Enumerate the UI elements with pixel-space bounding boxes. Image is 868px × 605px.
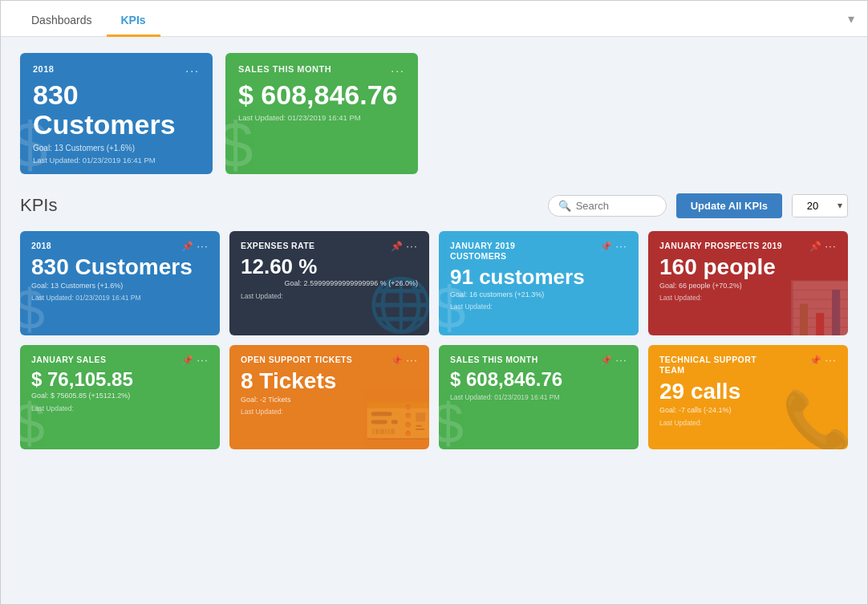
pin-icon: 📌 bbox=[600, 241, 612, 252]
gc-value: 160 people bbox=[659, 255, 837, 280]
card-goal: Goal: 13 Customers (+1.6%) bbox=[33, 144, 200, 152]
gc-title: EXPENSES RATE bbox=[241, 241, 315, 252]
gc-value: $ 76,105.85 bbox=[31, 369, 209, 390]
search-icon: 🔍 bbox=[558, 200, 571, 212]
gc-title: SALES THIS MONTH bbox=[450, 355, 538, 366]
grid-card-expenses: 🌐 EXPENSES RATE 📌 ··· 12.60 % Goal: 2.59… bbox=[229, 231, 429, 335]
gc-title: JANUARY PROSPECTS 2019 bbox=[659, 241, 782, 252]
gc-title: TECHNICAL SUPPORT TEAM bbox=[659, 355, 784, 376]
gc-header: TECHNICAL SUPPORT TEAM 📌 ··· bbox=[659, 355, 837, 376]
gc-header: SALES THIS MONTH 📌 ··· bbox=[450, 355, 627, 366]
gc-header: OPEN SUPPORT TICKETS 📌 ··· bbox=[241, 355, 418, 366]
gc-updated: Last Updated: 01/23/2019 16:41 PM bbox=[450, 393, 627, 401]
gc-header: 2018 📌 ··· bbox=[31, 241, 209, 252]
card-more-icon[interactable]: ··· bbox=[391, 64, 405, 77]
more-icon[interactable]: ··· bbox=[615, 355, 627, 366]
gc-goal: Goal: 2.59999999999999996 % (+26.0%) bbox=[241, 279, 418, 289]
more-icon[interactable]: ··· bbox=[406, 355, 418, 366]
pin-icon: 📌 bbox=[181, 355, 193, 366]
card-value: $ 608,846.76 bbox=[238, 80, 405, 110]
gc-menu: 📌 ··· bbox=[809, 241, 837, 252]
kpis-header: KPIs 🔍 Update All KPIs 20 50 100 ▾ bbox=[20, 193, 848, 218]
chevron-down-icon: ▾ bbox=[833, 200, 847, 211]
more-icon[interactable]: ··· bbox=[825, 241, 837, 252]
gc-menu: 📌 ··· bbox=[600, 355, 627, 366]
per-page-select: 20 50 100 ▾ bbox=[792, 194, 848, 217]
gc-title: JANUARY 2019 CUSTOMERS bbox=[450, 241, 574, 262]
more-icon[interactable]: ··· bbox=[825, 355, 837, 366]
grid-card-sales-month: $ SALES THIS MONTH 📌 ··· $ 608,846.76 La… bbox=[439, 345, 639, 449]
gc-updated: Last Updated: bbox=[659, 294, 837, 302]
gc-title: OPEN SUPPORT TICKETS bbox=[241, 355, 352, 366]
kpi-grid: $ 2018 📌 ··· 830 Customers Goal: 13 Cust… bbox=[20, 231, 848, 449]
gc-value: 29 calls bbox=[659, 380, 837, 404]
pin-icon: 📌 bbox=[391, 241, 403, 252]
grid-card-tech-support: 📞 TECHNICAL SUPPORT TEAM 📌 ··· 29 calls … bbox=[648, 345, 848, 449]
card-header: 2018 ··· bbox=[33, 64, 200, 77]
grid-card-2018: $ 2018 📌 ··· 830 Customers Goal: 13 Cust… bbox=[20, 231, 220, 335]
card-value: 830 Customers bbox=[33, 80, 200, 140]
main-content: $ 2018 ··· 830 Customers Goal: 13 Custom… bbox=[1, 37, 867, 604]
per-page-dropdown[interactable]: 20 50 100 bbox=[793, 195, 833, 217]
pin-icon: 📌 bbox=[600, 355, 612, 366]
card-more-icon[interactable]: ··· bbox=[185, 64, 200, 77]
tab-dashboards[interactable]: Dashboards bbox=[17, 6, 107, 37]
search-box: 🔍 bbox=[548, 195, 667, 217]
card-updated: Last Updated: 01/23/2019 16:41 PM bbox=[33, 156, 200, 164]
grid-card-jan-sales: $ JANUARY SALES 📌 ··· $ 76,105.85 Goal: … bbox=[20, 345, 220, 449]
gc-header: JANUARY SALES 📌 ··· bbox=[31, 355, 209, 366]
gc-value: 12.60 % bbox=[241, 255, 418, 278]
update-all-kpis-button[interactable]: Update All KPIs bbox=[676, 193, 782, 218]
tab-kpis[interactable]: KPIs bbox=[107, 6, 160, 37]
grid-card-open-tickets: 🎫 OPEN SUPPORT TICKETS 📌 ··· 8 Tickets G… bbox=[229, 345, 429, 449]
card-menu: ··· bbox=[391, 64, 405, 77]
more-icon[interactable]: ··· bbox=[197, 241, 209, 252]
more-icon[interactable]: ··· bbox=[197, 355, 209, 366]
top-card-sales: $ SALES THIS MONTH ··· $ 608,846.76 Last… bbox=[225, 53, 418, 174]
card-title: SALES THIS MONTH bbox=[238, 64, 331, 74]
gc-title: JANUARY SALES bbox=[31, 355, 106, 366]
card-title: 2018 bbox=[33, 64, 54, 74]
gc-goal: Goal: -7 calls (-24.1%) bbox=[659, 406, 837, 416]
gc-value: $ 608,846.76 bbox=[450, 369, 627, 390]
gc-menu: 📌 ··· bbox=[181, 241, 209, 252]
grid-card-jan-prospects: 📊 JANUARY PROSPECTS 2019 📌 ··· 160 peopl… bbox=[648, 231, 848, 335]
gc-updated: Last Updated: 01/23/2019 16:41 PM bbox=[31, 294, 209, 302]
gc-header: EXPENSES RATE 📌 ··· bbox=[241, 241, 418, 252]
gc-menu: 📌 ··· bbox=[391, 241, 418, 252]
gc-value: 91 customers bbox=[450, 266, 627, 289]
top-card-2018: $ 2018 ··· 830 Customers Goal: 13 Custom… bbox=[20, 53, 213, 174]
more-icon[interactable]: ··· bbox=[406, 241, 418, 252]
gc-goal: Goal: 13 Customers (+1.6%) bbox=[31, 282, 209, 291]
pin-icon: 📌 bbox=[391, 355, 403, 366]
pin-icon: 📌 bbox=[809, 241, 821, 252]
gc-menu: 📌 ··· bbox=[600, 241, 627, 252]
card-menu: ··· bbox=[185, 64, 200, 77]
card-header: SALES THIS MONTH ··· bbox=[238, 64, 405, 77]
gc-menu: 📌 ··· bbox=[181, 355, 209, 366]
gc-value: 8 Tickets bbox=[241, 369, 418, 394]
gc-header: JANUARY PROSPECTS 2019 📌 ··· bbox=[659, 241, 837, 252]
gc-value: 830 Customers bbox=[31, 255, 209, 280]
more-icon[interactable]: ··· bbox=[615, 241, 627, 252]
card-updated: Last Updated: 01/23/2019 16:41 PM bbox=[238, 113, 405, 122]
gc-goal: Goal: -2 Tickets bbox=[241, 396, 418, 405]
gc-updated: Last Updated: bbox=[241, 408, 418, 416]
kpis-controls: 🔍 Update All KPIs 20 50 100 ▾ bbox=[548, 193, 848, 218]
gc-title: 2018 bbox=[31, 241, 51, 252]
gc-menu: 📌 ··· bbox=[809, 355, 837, 366]
gc-updated: Last Updated: bbox=[241, 292, 418, 300]
gc-goal: Goal: 66 people (+70.2%) bbox=[659, 282, 837, 291]
pin-icon: 📌 bbox=[181, 241, 193, 252]
top-cards-row: $ 2018 ··· 830 Customers Goal: 13 Custom… bbox=[20, 53, 848, 174]
pin-icon: 📌 bbox=[809, 355, 821, 366]
kpis-title: KPIs bbox=[20, 195, 57, 216]
search-input[interactable] bbox=[576, 200, 656, 212]
gc-goal: Goal: $ 75605.85 (+15121.2%) bbox=[31, 392, 209, 401]
tab-bar: Dashboards KPIs ▾ bbox=[1, 1, 867, 37]
gc-updated: Last Updated: bbox=[450, 302, 627, 311]
chevron-down-icon: ▾ bbox=[848, 11, 854, 26]
gc-header: JANUARY 2019 CUSTOMERS 📌 ··· bbox=[450, 241, 627, 262]
gc-menu: 📌 ··· bbox=[391, 355, 418, 366]
grid-card-jan-customers: $ JANUARY 2019 CUSTOMERS 📌 ··· 91 custom… bbox=[439, 231, 639, 335]
